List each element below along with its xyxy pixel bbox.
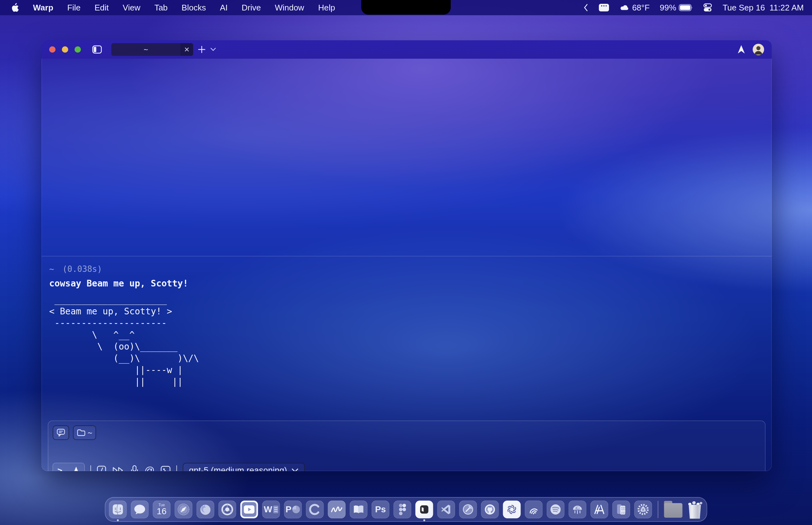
c-ring-icon bbox=[309, 503, 321, 516]
dock-app-github[interactable] bbox=[481, 500, 499, 518]
dock-app-finder[interactable] bbox=[109, 500, 127, 518]
finder-icon bbox=[112, 503, 124, 516]
dock-app-photoshop[interactable]: Ps bbox=[372, 500, 390, 518]
dock-trash[interactable] bbox=[687, 500, 703, 519]
apple-logo-icon bbox=[11, 3, 19, 12]
control-center-icon[interactable] bbox=[703, 3, 712, 12]
conversation-chip[interactable] bbox=[52, 425, 69, 440]
dock-downloads-folder[interactable] bbox=[664, 503, 682, 518]
mention-icon[interactable]: @ bbox=[144, 465, 154, 471]
warp-ai-icon[interactable] bbox=[737, 45, 746, 54]
menu-item-drive[interactable]: Drive bbox=[242, 3, 261, 13]
user-avatar[interactable] bbox=[753, 44, 764, 55]
chevron-down-icon bbox=[291, 468, 299, 471]
menu-item-file[interactable]: File bbox=[67, 3, 80, 13]
close-window-button[interactable] bbox=[49, 46, 56, 52]
dock-app-safari[interactable] bbox=[175, 500, 193, 518]
dock-app-c[interactable] bbox=[306, 500, 324, 518]
tab-list-chevron-icon[interactable] bbox=[210, 48, 216, 51]
dock-app-xcode[interactable] bbox=[459, 500, 477, 518]
model-label: gpt-5 (medium reasoning) bbox=[189, 466, 287, 471]
menu-item-tab[interactable]: Tab bbox=[154, 3, 168, 13]
dock-app-books[interactable] bbox=[350, 500, 367, 518]
dock-app-calendar[interactable]: Tue 16 bbox=[153, 500, 171, 518]
dock-app-firefox[interactable] bbox=[197, 500, 214, 518]
minimize-window-button[interactable] bbox=[62, 46, 68, 52]
battery-status[interactable]: 99% bbox=[660, 3, 693, 13]
tab-title: ~ bbox=[111, 45, 180, 54]
terminal-mode-icon[interactable]: >_ bbox=[57, 466, 67, 471]
toolbar-divider bbox=[176, 465, 177, 471]
sidebar-toggle-icon[interactable] bbox=[92, 45, 102, 54]
messages-icon bbox=[134, 504, 146, 515]
chrome-icon bbox=[221, 503, 234, 516]
prompt-cwd: ~ bbox=[49, 264, 54, 274]
dock-app-warp[interactable] bbox=[416, 500, 433, 518]
command-input-block[interactable]: ~ >_ @ bbox=[48, 421, 765, 471]
cowsay-output: _____________________ < Beam me up, Scot… bbox=[49, 294, 764, 388]
dock-app-vscode[interactable] bbox=[437, 500, 455, 518]
signal-arcs-icon bbox=[528, 504, 540, 515]
menu-item-view[interactable]: View bbox=[123, 3, 140, 13]
dock-app-iphone-mirroring[interactable] bbox=[613, 500, 630, 518]
dock-app-settings[interactable] bbox=[634, 500, 652, 518]
display-notch bbox=[361, 0, 451, 15]
cloud-icon bbox=[619, 4, 630, 11]
dock-app-chrome[interactable] bbox=[219, 500, 236, 518]
iphone-mirroring-icon bbox=[616, 504, 627, 515]
directory-chip[interactable]: ~ bbox=[73, 425, 96, 440]
youtube-icon bbox=[244, 505, 255, 514]
menu-item-blocks[interactable]: Blocks bbox=[182, 3, 206, 13]
menu-item-warp[interactable]: Warp bbox=[33, 3, 53, 13]
dock-app-spotify[interactable] bbox=[547, 500, 565, 518]
gear-icon bbox=[636, 503, 650, 516]
fast-forward-icon[interactable] bbox=[112, 466, 125, 471]
toolbar-divider bbox=[90, 465, 91, 471]
dock-app-youtube[interactable] bbox=[240, 500, 258, 518]
directory-chip-label: ~ bbox=[88, 428, 92, 437]
dock-app-figma[interactable] bbox=[394, 500, 411, 518]
menubar-collapse-chevron-icon[interactable] bbox=[583, 3, 588, 12]
dock-divider bbox=[658, 501, 659, 518]
input-mode-toggle[interactable]: >_ bbox=[52, 463, 85, 471]
microphone-icon[interactable] bbox=[130, 465, 139, 471]
menubar-clock[interactable]: Tue Sep 16 11:22 AM bbox=[723, 3, 804, 13]
menu-item-help[interactable]: Help bbox=[318, 3, 335, 13]
terminal-tab[interactable]: ~ bbox=[111, 43, 193, 56]
warp-ai-mode-icon[interactable] bbox=[72, 466, 80, 471]
folder-icon bbox=[77, 429, 86, 436]
attach-image-icon[interactable] bbox=[161, 466, 171, 471]
block-separator bbox=[42, 256, 772, 256]
waveform-icon bbox=[331, 505, 343, 514]
plus-icon bbox=[198, 45, 206, 54]
dock-app-waveform[interactable] bbox=[328, 500, 346, 518]
photoshop-icon: Ps bbox=[375, 505, 386, 514]
dock-app-messages[interactable] bbox=[131, 500, 149, 518]
warp-icon bbox=[419, 504, 430, 515]
prompt-row: ~ (0.038s) bbox=[49, 264, 764, 274]
window-tab-bar: ~ bbox=[42, 40, 772, 59]
xcode-icon bbox=[462, 503, 475, 516]
powerpoint-pie bbox=[292, 505, 300, 514]
command-block[interactable]: ~ (0.038s) cowsay Beam me up, Scotty! __… bbox=[49, 264, 764, 388]
menubar-manager-icon[interactable] bbox=[599, 3, 609, 12]
zoom-window-button[interactable] bbox=[75, 46, 81, 52]
powerpoint-icon: P bbox=[285, 505, 291, 514]
dock-app-word[interactable]: W bbox=[262, 500, 280, 518]
slash-command-icon[interactable] bbox=[97, 465, 106, 471]
tab-close-button[interactable] bbox=[180, 43, 193, 56]
dock-app-eye[interactable] bbox=[569, 500, 586, 518]
menu-item-ai[interactable]: AI bbox=[220, 3, 228, 13]
terminal-content: ~ (0.038s) cowsay Beam me up, Scotty! __… bbox=[42, 59, 772, 471]
chatgpt-icon bbox=[506, 504, 518, 515]
dock-app-arcs[interactable] bbox=[525, 500, 543, 518]
new-tab-button[interactable] bbox=[198, 45, 206, 54]
dock-app-chatgpt[interactable] bbox=[503, 500, 521, 518]
apple-menu[interactable] bbox=[11, 3, 19, 12]
weather-status[interactable]: 68°F bbox=[619, 3, 650, 13]
model-selector[interactable]: gpt-5 (medium reasoning) bbox=[183, 463, 305, 471]
dock-app-appstore[interactable] bbox=[591, 500, 608, 518]
menu-item-window[interactable]: Window bbox=[275, 3, 304, 13]
menu-item-edit[interactable]: Edit bbox=[94, 3, 109, 13]
dock-app-powerpoint[interactable]: P bbox=[284, 500, 302, 518]
